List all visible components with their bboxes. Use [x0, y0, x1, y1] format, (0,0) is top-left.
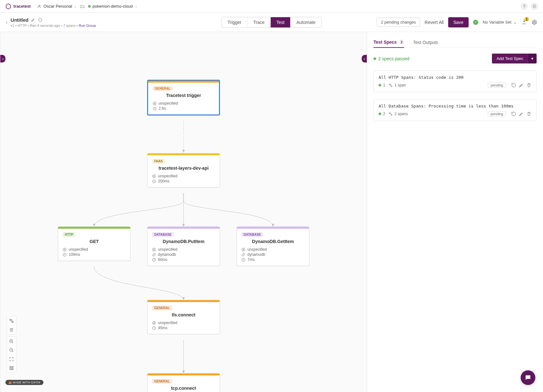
svg-point-9	[154, 103, 155, 104]
span-title: DynamoDB.GetItem	[241, 239, 305, 244]
svg-point-13	[153, 174, 156, 178]
back-button[interactable]: ‹	[6, 19, 7, 25]
clock-icon	[152, 179, 156, 183]
gifox-watermark: 🦊 MADE WITH GIFOX	[5, 380, 43, 385]
count-badge: 2	[399, 40, 404, 45]
main: » » GENERAL Tracetest trigger unspecifie…	[0, 32, 543, 392]
spans-icon	[388, 83, 393, 87]
svg-rect-35	[12, 366, 13, 368]
chat-fab[interactable]	[521, 370, 535, 385]
clock-icon	[153, 107, 157, 111]
gear-icon[interactable]	[532, 19, 537, 25]
span-node-dynamodb-putitem[interactable]: DATABASE DynamoDB.PutItem unspecified dy…	[147, 226, 220, 266]
brand-text: tracetest	[13, 4, 31, 9]
svg-point-18	[154, 249, 155, 250]
span-tag: GENERAL	[152, 306, 172, 310]
spec-title: All HTTP Spans: Status code is 200	[379, 75, 532, 80]
state-tag: pending	[488, 111, 506, 116]
side-panel: Test Specs 2 Test Outputs 2 specs passed…	[367, 32, 543, 392]
brand-logo[interactable]: tracetest	[5, 3, 31, 10]
tab-test[interactable]: Test	[270, 17, 290, 27]
list-view-icon[interactable]	[7, 325, 16, 334]
svg-marker-4	[93, 224, 95, 226]
clock-icon	[152, 326, 156, 330]
svg-rect-40	[389, 113, 390, 114]
span-node-faas[interactable]: FAAS tracetest-layers-dev-api unspecifie…	[147, 153, 220, 188]
svg-marker-5	[182, 224, 185, 226]
revert-icon[interactable]	[511, 83, 516, 88]
span-title: tcp.connect	[152, 386, 215, 391]
svg-point-16	[63, 248, 66, 251]
tab-trace[interactable]: Trace	[247, 17, 270, 27]
delete-icon[interactable]	[526, 111, 532, 116]
link-icon	[241, 253, 245, 257]
trace-canvas[interactable]: » » GENERAL Tracetest trigger unspecifie…	[0, 32, 367, 392]
tab-test-specs[interactable]: Test Specs 2	[373, 37, 404, 48]
add-test-spec-caret[interactable]: ▾	[528, 54, 537, 63]
chevron-down-icon: ⌄	[135, 4, 137, 8]
expand-left-icon[interactable]: »	[0, 55, 5, 63]
tab-test-outputs[interactable]: Test Outputs	[413, 37, 438, 48]
spec-card[interactable]: All Database Spans: Processing time is l…	[373, 99, 537, 121]
span-node-tcp-connect[interactable]: GENERAL tcp.connect unspecified 29ms	[147, 373, 220, 392]
zoom-out-icon[interactable]	[7, 346, 16, 355]
svg-point-15	[64, 249, 65, 250]
svg-marker-7	[182, 297, 185, 300]
span-node-tls-connect[interactable]: GENERAL tls.connect unspecified 45ms	[147, 300, 220, 334]
edit-icon[interactable]	[519, 111, 524, 116]
add-test-spec: Add Test Spec ▾	[492, 54, 537, 63]
pending-changes-button[interactable]: 2 pending changes	[377, 18, 420, 27]
title-block: Untitled v1 • HTTP • Ran 9 seconds ago •…	[11, 17, 96, 27]
svg-marker-8	[182, 371, 185, 373]
tree-view-icon[interactable]	[7, 316, 16, 325]
tab-automate[interactable]: Automate	[290, 17, 321, 27]
svg-point-22	[242, 248, 245, 251]
gear-icon	[152, 174, 156, 178]
status-dot-icon	[379, 84, 381, 86]
svg-rect-30	[10, 319, 11, 321]
edit-icon[interactable]	[519, 83, 524, 88]
span-tag: GENERAL	[152, 379, 172, 384]
save-button[interactable]: Save	[448, 17, 469, 27]
state-tag: pending	[488, 83, 506, 88]
spec-title: All Database Spans: Processing time is l…	[379, 104, 532, 108]
svg-point-24	[154, 322, 155, 323]
gear-icon	[241, 248, 245, 252]
user-icon	[37, 4, 41, 9]
spec-card[interactable]: All HTTP Spans: Status code is 200 1 1 s…	[373, 70, 537, 92]
gear-icon	[153, 101, 157, 106]
chevron-down-icon: ⌄	[74, 4, 77, 8]
svg-point-25	[153, 321, 156, 324]
notifications-icon[interactable]: 1	[521, 19, 527, 26]
fullscreen-icon[interactable]	[7, 355, 16, 364]
zoom-in-icon[interactable]	[7, 337, 16, 346]
tab-trigger[interactable]: Trigger	[222, 17, 247, 27]
chevron-down-icon: ⌄	[513, 20, 517, 25]
project-selector[interactable]: pokemon-demo-cloud ⌄	[88, 4, 137, 9]
span-node-http-get[interactable]: HTTP GET unspecified 109ms	[58, 226, 131, 261]
minimap-icon[interactable]	[7, 364, 16, 373]
expand-right-icon[interactable]: »	[362, 55, 367, 63]
span-node-dynamodb-getitem[interactable]: DATABASE DynamoDB.GetItem unspecified dy…	[237, 226, 309, 266]
page-meta: v1 • HTTP • Ran 9 seconds ago • 7 spans …	[11, 24, 96, 27]
org-selector[interactable]: Oscar Personal ⌄	[37, 4, 77, 9]
delete-icon[interactable]	[526, 83, 532, 88]
help-icon[interactable]: ?	[521, 3, 528, 10]
spans-icon	[388, 112, 393, 116]
folder-icon	[79, 4, 86, 9]
svg-point-0	[39, 5, 40, 6]
info-icon[interactable]	[38, 18, 42, 22]
edit-icon[interactable]	[31, 18, 35, 22]
add-test-spec-button[interactable]: Add Test Spec	[492, 54, 528, 63]
avatar[interactable]: O	[531, 3, 538, 10]
variable-set-selector[interactable]: No Variable Set ⌄	[483, 20, 517, 25]
svg-rect-38	[389, 84, 390, 85]
revert-button[interactable]: Revert All	[425, 20, 444, 25]
span-node-tracetest-trigger[interactable]: GENERAL Tracetest trigger unspecified 2.…	[147, 80, 220, 115]
run-group-link[interactable]: Run Group	[79, 24, 96, 27]
span-tag: DATABASE	[241, 232, 263, 237]
span-tag: FAAS	[152, 159, 165, 164]
link-icon	[152, 253, 156, 257]
svg-point-12	[154, 175, 155, 176]
revert-icon[interactable]	[511, 111, 516, 116]
